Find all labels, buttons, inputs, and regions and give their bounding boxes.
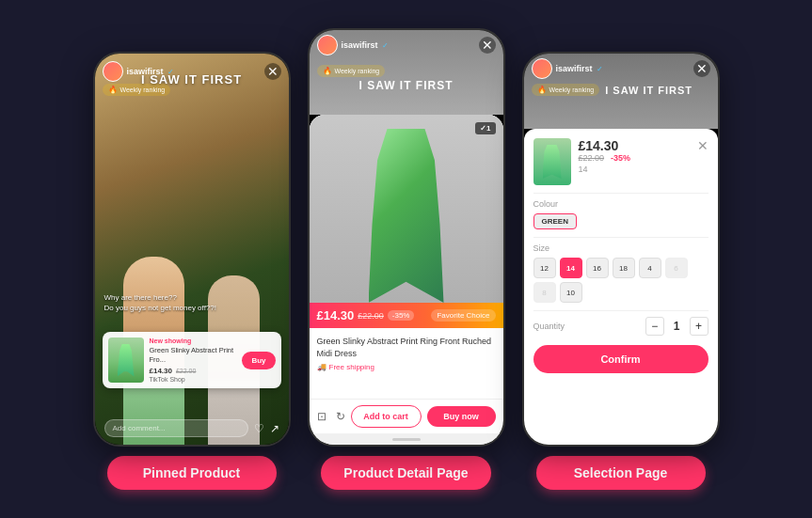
- price-row: £14.30 £22.00: [150, 367, 237, 375]
- avatar-3: [532, 58, 552, 79]
- sel-close-icon[interactable]: ✕: [697, 138, 709, 153]
- scroll-dot: [392, 438, 421, 441]
- selection-section: isawifirst ✓ ✕ 🔥 Weekly ranking I SAW IT…: [522, 52, 720, 490]
- buy-button[interactable]: Buy: [242, 352, 275, 369]
- qty-minus-btn[interactable]: −: [645, 317, 664, 336]
- phone-3-screen: isawifirst ✓ ✕ 🔥 Weekly ranking I SAW IT…: [524, 54, 718, 445]
- discount-badge: -35%: [388, 310, 415, 321]
- video-header: isawifirst ✓ ✕ 🔥 Weekly ranking I SAW IT: [310, 30, 503, 115]
- detail-old-price: £22.00: [358, 311, 384, 321]
- size-14[interactable]: 14: [560, 258, 582, 278]
- selection-video-header: isawifirst ✓ ✕ 🔥 Weekly ranking I SAW IT…: [524, 54, 718, 129]
- quantity-label: Quantity: [533, 322, 565, 331]
- current-price: £14.30: [150, 367, 172, 375]
- free-shipping: 🚚 Free shipping: [317, 363, 496, 371]
- weekly-ranking-2: 🔥 Weekly ranking: [317, 65, 386, 77]
- size-4[interactable]: 4: [639, 258, 661, 278]
- pinned-product-card: New showing Green Slinky Abstract Print …: [103, 332, 281, 388]
- product-info-section: Green Slinky Abstract Print Ring Front R…: [310, 328, 503, 399]
- color-green-btn[interactable]: GREEN: [533, 213, 577, 229]
- divider-1: [533, 193, 709, 194]
- dress-product-image: [369, 129, 444, 303]
- profile-row-3: isawifirst ✓: [532, 58, 603, 79]
- sel-brand-row: 🔥 Weekly ranking I SAW IT FIRST: [524, 84, 718, 96]
- detail-actions: ⊡ ↻ Add to cart Buy now: [310, 399, 503, 433]
- size-options: 12 14 16 18 4 6 8 10: [533, 258, 709, 303]
- sel-old-price-row: £22.00 -35%: [579, 153, 697, 163]
- action-icons: ♡ ↗: [254, 422, 279, 435]
- icon-actions: ⊡ ↻: [317, 410, 345, 423]
- profile-row-2: isawifirst ✓: [317, 35, 389, 55]
- pinned-product-section: isawifirst ✓ ✕ 🔥 Weekly ranking I SAW IT…: [93, 52, 291, 490]
- dress-image: [118, 344, 135, 377]
- sel-top-bar: isawifirst ✓ ✕: [524, 54, 718, 84]
- shipping-icon: 🚚: [317, 363, 326, 371]
- bookmark-icon[interactable]: ⊡: [317, 410, 326, 423]
- qty-value: 1: [674, 320, 680, 333]
- colour-label: Colour: [533, 199, 709, 209]
- pinned-product-label[interactable]: Pinned Product: [107, 456, 277, 490]
- price-bar: £14.30 £22.00 -35% Favorite Choice: [310, 303, 503, 328]
- product-card-detail: ✓1 £14.30 £22.00 -35% Favorite Choice Gr…: [310, 115, 503, 445]
- bottom-actions: Add comment... ♡ ↗: [104, 419, 279, 437]
- phone-1-screen: isawifirst ✓ ✕ 🔥 Weekly ranking I SAW IT…: [95, 54, 289, 445]
- product-detail-label[interactable]: Product Detail Page: [321, 456, 490, 490]
- shop-name: TikTok Shop: [150, 376, 237, 383]
- shipping-label: Free shipping: [329, 363, 374, 371]
- sel-dress-shape: [543, 145, 562, 179]
- brand-logo-3: I SAW IT FIRST: [605, 85, 693, 96]
- size-16[interactable]: 16: [586, 258, 609, 278]
- size-18[interactable]: 18: [613, 258, 635, 278]
- close-button[interactable]: ✕: [264, 63, 281, 80]
- size-8[interactable]: 8: [533, 282, 556, 303]
- main-container: isawifirst ✓ ✕ 🔥 Weekly ranking I SAW IT…: [74, 9, 739, 509]
- brand-logo-2: I SAW IT FIRST: [310, 79, 503, 92]
- selection-page-label[interactable]: Selection Page: [536, 456, 706, 490]
- confirm-button[interactable]: Confirm: [533, 345, 709, 373]
- sel-discount: -35%: [611, 153, 630, 163]
- size-6[interactable]: 6: [665, 258, 688, 278]
- divider-2: [533, 237, 709, 238]
- video-top-bar: isawifirst ✓ ✕: [310, 30, 503, 60]
- close-btn-3[interactable]: ✕: [693, 60, 710, 77]
- heart-icon[interactable]: ♡: [254, 422, 264, 435]
- verified-2: ✓: [382, 41, 389, 50]
- product-title: Green Slinky Abstract Print Ring Front R…: [317, 336, 496, 359]
- username-3: isawifirst: [556, 64, 593, 73]
- weekly-3: 🔥 Weekly ranking: [532, 84, 600, 96]
- product-detail-section: isawifirst ✓ ✕ 🔥 Weekly ranking I SAW IT: [308, 28, 505, 490]
- sel-old-price: £22.00: [579, 153, 605, 163]
- weekly-ranking-label-2: Weekly ranking: [335, 68, 380, 74]
- old-price: £22.00: [176, 368, 196, 374]
- refresh-icon[interactable]: ↻: [336, 410, 345, 423]
- product-thumbnail: [108, 337, 144, 383]
- add-to-cart-button[interactable]: Add to cart: [351, 405, 422, 428]
- close-btn-2[interactable]: ✕: [479, 37, 496, 54]
- size-10[interactable]: 10: [560, 282, 582, 303]
- product-info: New showing Green Slinky Abstract Print …: [150, 337, 237, 383]
- phone-2-screen: isawifirst ✓ ✕ 🔥 Weekly ranking I SAW IT: [310, 30, 503, 445]
- comment-input[interactable]: Add comment...: [104, 419, 248, 437]
- price-info: £14.30 £22.00 -35%: [317, 308, 415, 322]
- sel-price-row: £14.30: [579, 138, 697, 153]
- product-name: Green Slinky Abstract Print Fro...: [150, 346, 237, 365]
- qty-plus-btn[interactable]: +: [690, 317, 709, 336]
- comment-2: Do you guys not get money off??!: [104, 303, 261, 313]
- sel-size-shown: 14: [579, 165, 697, 174]
- phone-2-frame: isawifirst ✓ ✕ 🔥 Weekly ranking I SAW IT: [308, 28, 505, 447]
- comment-1: Why are there here??: [104, 292, 261, 303]
- detail-price: £14.30: [317, 308, 355, 322]
- product-image-area: ✓1: [310, 115, 503, 303]
- selection-panel: £14.30 £22.00 -35% 14 ✕ Colour: [524, 129, 718, 445]
- badge-number: ✓1: [475, 122, 495, 134]
- phone-1-frame: isawifirst ✓ ✕ 🔥 Weekly ranking I SAW IT…: [93, 52, 291, 447]
- weekly-ranking-label: Weekly ranking: [120, 86, 166, 93]
- new-showing-badge: New showing: [150, 337, 237, 344]
- buy-now-button[interactable]: Buy now: [427, 406, 496, 427]
- avatar: [103, 61, 123, 82]
- quantity-row: Quantity − 1 +: [533, 317, 709, 336]
- color-options: GREEN: [533, 213, 709, 229]
- share-icon[interactable]: ↗: [270, 422, 279, 435]
- size-12[interactable]: 12: [533, 258, 556, 278]
- bottom-text: Why are there here?? Do you guys not get…: [104, 292, 261, 313]
